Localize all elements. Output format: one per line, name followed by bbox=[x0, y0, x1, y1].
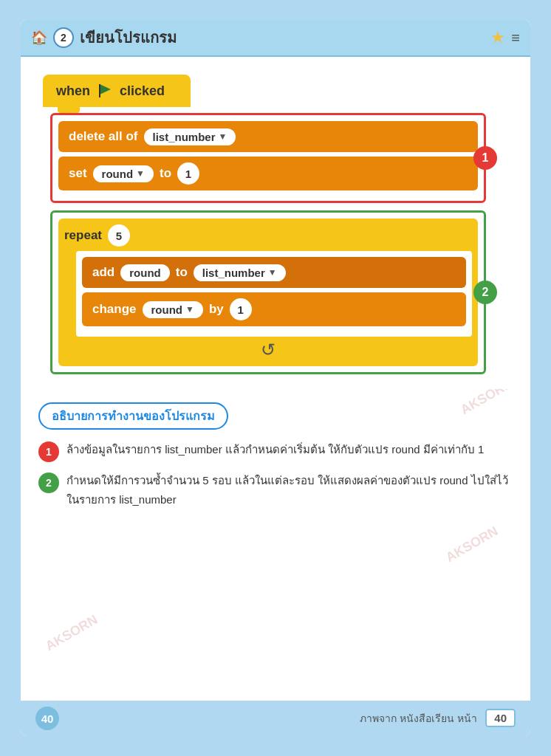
desc-item-2: 2 กำหนดให้มีการวนซ้ำจำนวน 5 รอบ แล้วในแต… bbox=[38, 471, 513, 509]
red-border-block: delete all of list_number ▼ set round ▼ … bbox=[50, 113, 486, 203]
dropdown-arrow-1[interactable]: ▼ bbox=[219, 131, 227, 142]
svg-marker-0 bbox=[100, 84, 111, 94]
badge-1: 1 bbox=[473, 146, 497, 170]
by-label: by bbox=[209, 302, 224, 317]
header: 🏠 2 เขียนโปรแกรม ★ ≡ bbox=[21, 20, 530, 57]
page: AKSORN AKSORN AKSORN AKSORN AKSORN 🏠 2 เ… bbox=[21, 20, 530, 736]
repeat-label: repeat bbox=[64, 228, 102, 243]
desc-text-2: กำหนดให้มีการวนซ้ำจำนวน 5 รอบ แล้วในแต่ล… bbox=[66, 471, 513, 509]
badge-2: 2 bbox=[473, 281, 497, 304]
round-add-pill: round bbox=[120, 264, 170, 281]
to2-label: to bbox=[176, 265, 188, 280]
description-header: อธิบายการทำงานของโปรแกรม bbox=[38, 402, 228, 430]
change-label: change bbox=[92, 302, 137, 317]
footer-page-circle: 40 bbox=[35, 707, 59, 730]
blocks-area: when clicked delete all of list_numb bbox=[35, 67, 516, 389]
star-icon[interactable]: ★ bbox=[490, 28, 505, 47]
list-number-pill: list_number ▼ bbox=[144, 128, 236, 145]
dropdown-arrow-2[interactable]: ▼ bbox=[136, 168, 145, 179]
delete-all-label: delete all of bbox=[69, 129, 138, 144]
page-title: เขียนโปรแกรม bbox=[80, 26, 485, 49]
add-round-block: add round to list_number ▼ bbox=[82, 257, 466, 288]
desc-text-1: ล้างข้อมูลในรายการ list_number แล้วกำหนด… bbox=[66, 440, 484, 459]
when-clicked-block: when clicked bbox=[43, 75, 191, 107]
list-number2-pill: list_number ▼ bbox=[194, 264, 286, 281]
watermark-5: AKSORN bbox=[43, 612, 100, 654]
set-round-block: set round ▼ to 1 bbox=[58, 157, 478, 190]
desc-item-1: 1 ล้างข้อมูลในรายการ list_number แล้วกำห… bbox=[38, 440, 513, 462]
desc-badge-1: 1 bbox=[38, 441, 59, 462]
value-1-pill: 1 bbox=[177, 162, 199, 185]
footer-source-text: ภาพจาก หนังสือเรียน หน้า 40 bbox=[360, 710, 516, 726]
desc-badge-2: 2 bbox=[38, 472, 59, 493]
footer-page-box: 40 bbox=[485, 709, 516, 727]
home-icon[interactable]: 🏠 bbox=[31, 30, 47, 46]
green-border-block: repeat 5 add round to list_number ▼ bbox=[50, 210, 486, 374]
round-var-pill: round ▼ bbox=[93, 165, 154, 182]
repeat-header: repeat 5 bbox=[64, 224, 130, 247]
clicked-label: clicked bbox=[120, 83, 165, 99]
main-content: when clicked delete all of list_numb bbox=[21, 57, 530, 528]
loop-arrow: ↺ bbox=[64, 340, 472, 360]
footer: 40 ภาพจาก หนังสือเรียน หน้า 40 bbox=[21, 701, 530, 736]
watermark-4: AKSORN bbox=[443, 523, 501, 566]
delete-all-block: delete all of list_number ▼ bbox=[58, 121, 478, 152]
dropdown-arrow-4[interactable]: ▼ bbox=[185, 304, 194, 315]
flag-icon bbox=[96, 82, 114, 100]
set-label: set bbox=[69, 166, 87, 181]
when-label: when bbox=[56, 83, 90, 99]
repeat-wrapper: repeat 5 add round to list_number ▼ bbox=[58, 219, 478, 366]
dropdown-arrow-3[interactable]: ▼ bbox=[268, 267, 277, 278]
repeat-count-pill: 5 bbox=[108, 224, 130, 247]
value-by-pill: 1 bbox=[230, 298, 252, 320]
step-badge: 2 bbox=[53, 27, 74, 48]
change-round-block: change round ▼ by 1 bbox=[82, 292, 466, 326]
to-label: to bbox=[160, 166, 171, 181]
menu-icon[interactable]: ≡ bbox=[511, 30, 520, 47]
description-section: อธิบายการทำงานของโปรแกรม 1 ล้างข้อมูลในร… bbox=[35, 402, 516, 509]
round-change-pill: round ▼ bbox=[143, 301, 203, 318]
add-label: add bbox=[92, 265, 114, 280]
